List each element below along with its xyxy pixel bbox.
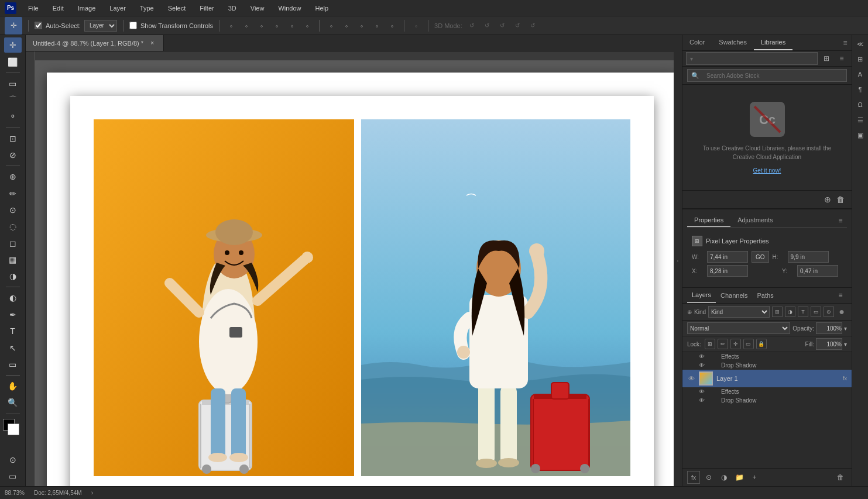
grid-view-btn[interactable]: ⊞ [820, 52, 833, 65]
character-icon-btn[interactable]: A [854, 68, 867, 81]
lock-position-btn[interactable]: ✛ [730, 339, 741, 349]
menu-edit[interactable]: Edit [50, 4, 66, 13]
healing-tool[interactable]: ⊕ [4, 169, 22, 184]
libraries-icon-btn[interactable]: ⊞ [854, 53, 867, 66]
align-btn-2[interactable]: ⬦ [241, 20, 252, 32]
align-btn-7[interactable]: ⬦ [325, 20, 337, 32]
go-btn[interactable]: GO [752, 251, 769, 263]
menu-file[interactable]: File [26, 4, 41, 13]
align-btn-1[interactable]: ⬦ [225, 20, 237, 32]
menu-type[interactable]: Type [138, 4, 156, 13]
effects-visibility[interactable]: 👁 [699, 353, 705, 360]
lock-transparent-btn[interactable]: ⊞ [705, 339, 715, 349]
align-btn-10[interactable]: ⬦ [371, 20, 383, 32]
opacity-input[interactable] [816, 322, 842, 334]
document-tab[interactable]: Untitled-4 @ 88.7% (Layer 1, RGB/8) * × [26, 35, 164, 51]
filter-type-btn[interactable]: T [798, 307, 808, 317]
fill-arrow[interactable]: ▾ [844, 341, 847, 347]
libraries-dropdown[interactable]: ▾ [686, 52, 818, 65]
tab-adjustments[interactable]: Adjustments [730, 214, 780, 227]
align-btn-3[interactable]: ⬦ [256, 20, 267, 32]
transform-checkbox[interactable] [129, 22, 137, 29]
tab-properties[interactable]: Properties [687, 214, 730, 227]
properties-options-btn[interactable]: ≡ [834, 214, 847, 227]
filter-adj-btn[interactable]: ◑ [785, 307, 795, 317]
menu-3d[interactable]: 3D [226, 4, 239, 13]
w-input[interactable] [707, 251, 748, 263]
add-fx-btn[interactable]: fx [687, 471, 700, 484]
menu-window[interactable]: Window [276, 4, 303, 13]
menu-select[interactable]: Select [166, 4, 188, 13]
paragraph-icon-btn[interactable]: ¶ [854, 83, 867, 96]
filter-shape-btn[interactable]: ▭ [811, 307, 821, 317]
marquee-tool[interactable]: ▭ [4, 76, 22, 91]
lock-image-btn[interactable]: ✏ [718, 339, 728, 349]
menu-view[interactable]: View [248, 4, 267, 13]
align-btn-8[interactable]: ⬦ [341, 20, 352, 32]
move-tool-option[interactable]: ✛ [5, 17, 22, 35]
delete-layer-btn[interactable]: 🗑 [834, 471, 847, 484]
panel-options-btn[interactable]: ≡ [839, 36, 852, 49]
tab-swatches[interactable]: Swatches [712, 35, 754, 50]
eyedropper-tool[interactable]: ⊘ [4, 147, 22, 163]
lock-all-btn[interactable]: 🔒 [756, 339, 767, 349]
move-tool[interactable]: ✛ [4, 37, 22, 53]
history-tool[interactable]: ◌ [4, 219, 22, 234]
crop-tool[interactable]: ⊡ [4, 130, 22, 146]
layer-1-effects-visibility[interactable]: 👁 [699, 388, 705, 395]
add-to-cc-btn[interactable]: ⊕ [821, 193, 834, 206]
y-input[interactable] [797, 265, 838, 277]
type-tool[interactable]: T [4, 324, 22, 339]
auto-select-checkbox[interactable] [35, 22, 42, 29]
lock-artboard-btn[interactable]: ▭ [743, 339, 754, 349]
align-btn-9[interactable]: ⬦ [356, 20, 368, 32]
quick-select-tool[interactable]: ⚬ [4, 109, 22, 124]
tab-close-btn[interactable]: × [148, 39, 156, 47]
brush-tool[interactable]: ✏ [4, 185, 22, 201]
tab-layers[interactable]: Layers [687, 288, 716, 303]
layer-filter-select[interactable]: Kind [708, 306, 770, 318]
canvas-viewport[interactable] [35, 61, 674, 486]
remove-from-cc-btn[interactable]: 🗑 [834, 193, 847, 206]
layers-options-btn[interactable]: ≡ [834, 289, 847, 302]
dodge-tool[interactable]: ◐ [4, 290, 22, 305]
artboard-tool[interactable]: ⬜ [4, 54, 22, 69]
path-select-tool[interactable]: ↖ [4, 340, 22, 355]
glyphs-icon-btn[interactable]: Ω [854, 98, 867, 111]
collapse-panel-btn[interactable]: ≪ [854, 37, 867, 50]
opacity-arrow[interactable]: ▾ [844, 325, 847, 332]
blur-tool[interactable]: ◑ [4, 269, 22, 284]
shape-tool[interactable]: ▭ [4, 357, 22, 372]
clone-tool[interactable]: ⊙ [4, 202, 22, 218]
add-adjustment-btn[interactable]: ◑ [718, 471, 730, 484]
tab-paths[interactable]: Paths [753, 288, 778, 302]
pen-tool[interactable]: ✒ [4, 307, 22, 322]
menu-layer[interactable]: Layer [107, 4, 128, 13]
lasso-tool[interactable]: ⌒ [4, 92, 22, 108]
background-color[interactable] [8, 424, 19, 435]
eraser-tool[interactable]: ◻ [4, 235, 22, 250]
layer-1-visibility[interactable]: 👁 [687, 374, 695, 383]
filter-toggle-btn[interactable]: ● [836, 307, 847, 317]
list-view-btn[interactable]: ≡ [835, 52, 848, 65]
fill-input[interactable] [816, 338, 842, 350]
blend-mode-select[interactable]: Normal [687, 322, 790, 334]
search-input[interactable] [702, 68, 843, 82]
align-btn-5[interactable]: ⬦ [286, 20, 298, 32]
layer-select[interactable]: Layer [84, 20, 117, 32]
tab-channels[interactable]: Channels [716, 288, 752, 302]
filter-smart-btn[interactable]: ⊙ [824, 307, 834, 317]
layer-1-item[interactable]: 👁 Layer 1 fx [682, 370, 852, 387]
add-layer-btn[interactable]: + [748, 471, 761, 484]
zoom-tool[interactable]: 🔍 [4, 395, 22, 410]
channels-icon-btn[interactable]: ▣ [854, 129, 867, 142]
get-it-link[interactable]: Get it now! [753, 167, 781, 174]
tab-color[interactable]: Color [682, 35, 712, 50]
right-collapse-handle[interactable]: ‹ [674, 35, 682, 486]
align-btn-11[interactable]: ⬦ [386, 20, 398, 32]
hand-tool[interactable]: ✋ [4, 378, 22, 394]
filter-pixel-btn[interactable]: ⊞ [772, 307, 783, 317]
screen-mode-btn[interactable]: ▭ [4, 469, 22, 484]
tab-libraries[interactable]: Libraries [754, 35, 792, 50]
h-input[interactable] [788, 251, 829, 263]
